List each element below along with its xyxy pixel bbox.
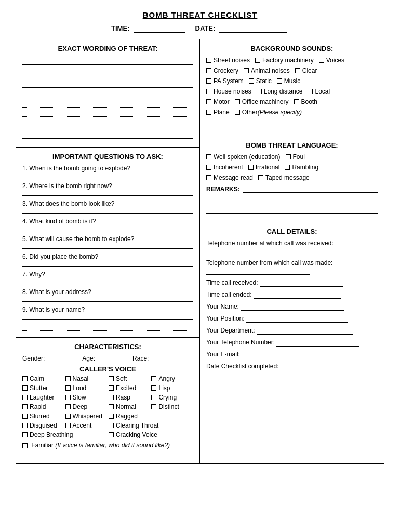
bg-long-distance[interactable]: Long distance: [257, 88, 303, 95]
voice-grid: Calm Nasal Soft Angry Stutter Loud Excit…: [22, 375, 193, 440]
your-name-field: Your Name:: [206, 303, 378, 311]
your-position-field: Your Position:: [206, 315, 378, 323]
call-details-title: CALL DETAILS:: [206, 228, 378, 235]
voice-deep[interactable]: Deep: [65, 403, 102, 410]
bg-pa-system[interactable]: PA System: [206, 77, 244, 85]
your-email-field: Your E-mail:: [206, 351, 378, 358]
voice-ragged[interactable]: Ragged: [109, 413, 145, 420]
your-department-field: Your Department:: [206, 327, 378, 335]
threat-lang-row-3: Message read Taped message: [206, 174, 378, 182]
date-label: DATE:: [195, 24, 216, 32]
bg-music[interactable]: Music: [277, 77, 300, 85]
question-1: 1. When is the bomb going to explode?: [22, 165, 193, 178]
voice-soft[interactable]: Soft: [109, 375, 145, 382]
exact-wording-title: EXACT WORDING OF THREAT:: [22, 45, 193, 52]
bg-local[interactable]: Local: [308, 88, 330, 95]
important-questions-title: IMPORTANT QUESTIONS TO ASK:: [22, 153, 193, 161]
bg-row-5: Motor Office machinery Booth: [206, 98, 378, 107]
background-sounds-section: BACKGROUND SOUNDS: Street noises Factory…: [200, 39, 384, 136]
threat-lang-row-2: Incoherent Irrational Rambling: [206, 164, 378, 172]
left-column: EXACT WORDING OF THREAT: IMPORTANT QUEST…: [16, 39, 200, 463]
voice-angry[interactable]: Angry: [151, 375, 188, 382]
bomb-threat-language-title: BOMB THREAT LANGUAGE:: [206, 141, 378, 149]
time-date-row: TIME: DATE:: [16, 24, 384, 33]
voice-lisp[interactable]: Lisp: [151, 384, 188, 392]
voice-loud[interactable]: Loud: [65, 384, 102, 392]
voice-slow[interactable]: Slow: [65, 394, 102, 401]
bg-booth[interactable]: Booth: [294, 98, 317, 105]
threat-taped[interactable]: Taped message: [258, 174, 310, 181]
main-grid: EXACT WORDING OF THREAT: IMPORTANT QUEST…: [16, 39, 384, 464]
bg-voices[interactable]: Voices: [319, 57, 344, 64]
voice-rapid[interactable]: Rapid: [22, 403, 59, 410]
familiar-row: Familiar (If voice is familiar, who did …: [22, 442, 193, 449]
page-title: BOMB THREAT CHECKLIST: [16, 10, 384, 19]
question-3: 3. What does the bomb look like?: [22, 200, 193, 214]
threat-lang-row-1: Well spoken (education) Foul: [206, 153, 378, 162]
time-call-ended: Time call ended:: [206, 291, 378, 299]
voice-clearing-throat[interactable]: Clearing Throat: [109, 422, 188, 429]
bg-office[interactable]: Office machinery: [235, 98, 289, 105]
threat-incoherent[interactable]: Incoherent: [206, 164, 243, 171]
important-questions-section: IMPORTANT QUESTIONS TO ASK: 1. When is t…: [16, 148, 199, 338]
question-6: 6. Did you place the bomb?: [22, 253, 193, 267]
voice-calm[interactable]: Calm: [22, 375, 59, 382]
bg-row-3: PA System Static Music: [206, 77, 378, 86]
voice-cracking-voice[interactable]: Cracking Voice: [109, 431, 188, 438]
bomb-threat-language-section: BOMB THREAT LANGUAGE: Well spoken (educa…: [200, 136, 384, 222]
bg-row-1: Street noises Factory machinery Voices: [206, 57, 378, 65]
bg-other[interactable]: Other (Please specify): [235, 109, 302, 116]
voice-disguised[interactable]: Disguised: [22, 422, 59, 429]
call-details-section: CALL DETAILS: Telephone number at which …: [200, 222, 384, 380]
voice-crying[interactable]: Crying: [151, 394, 188, 401]
voice-accent[interactable]: Accent: [65, 422, 102, 429]
bg-clear[interactable]: Clear: [295, 67, 317, 74]
exact-wording-section: EXACT WORDING OF THREAT:: [16, 39, 199, 148]
threat-message-read[interactable]: Message read: [206, 174, 253, 181]
question-8: 8. What is your address?: [22, 288, 193, 302]
question-9: 9. What is your name?: [22, 306, 193, 331]
threat-rambling[interactable]: Rambling: [285, 164, 318, 171]
question-5: 5. What will cause the bomb to explode?: [22, 235, 193, 249]
voice-stutter[interactable]: Stutter: [22, 384, 59, 392]
bg-crockery[interactable]: Crockery: [206, 67, 238, 74]
bg-plane[interactable]: Plane: [206, 109, 230, 116]
bg-motor[interactable]: Motor: [206, 98, 230, 105]
bg-house[interactable]: House noises: [206, 88, 251, 95]
bg-row-2: Crockery Animal noises Clear: [206, 67, 378, 75]
bg-animal[interactable]: Animal noises: [244, 67, 290, 74]
background-sounds-title: BACKGROUND SOUNDS:: [206, 45, 378, 52]
remarks-row: REMARKS:: [206, 185, 378, 193]
bg-factory[interactable]: Factory machinery: [255, 57, 314, 64]
voice-excited[interactable]: Excited: [109, 384, 145, 392]
time-label: TIME:: [111, 24, 129, 32]
voice-laughter[interactable]: Laughter: [22, 394, 59, 401]
bg-row-4: House noises Long distance Local: [206, 88, 378, 96]
call-received-number: Telephone number at which call was recei…: [206, 240, 378, 255]
right-column: BACKGROUND SOUNDS: Street noises Factory…: [200, 39, 384, 463]
voice-normal[interactable]: Normal: [109, 403, 145, 410]
voice-slurred[interactable]: Slurred: [22, 413, 59, 420]
characteristics-title: CHARACTERISTICS:: [22, 343, 193, 351]
voice-whispered[interactable]: Whispered: [65, 413, 102, 420]
your-telephone-field: Your Telephone Number:: [206, 339, 378, 347]
gender-row: Gender: Age: Race:: [22, 355, 193, 362]
threat-irrational[interactable]: Irrational: [248, 164, 280, 171]
date-checklist-field: Date Checklist completed:: [206, 363, 378, 370]
call-made-number: Telephone number from which call was mad…: [206, 259, 378, 275]
callers-voice-title: CALLER'S VOICE: [22, 365, 193, 373]
bg-street-noises[interactable]: Street noises: [206, 57, 250, 64]
bg-row-6: Plane Other (Please specify): [206, 109, 378, 117]
voice-nasal[interactable]: Nasal: [65, 375, 102, 382]
characteristics-section: CHARACTERISTICS: Gender: Age: Race: CALL…: [16, 338, 199, 463]
voice-distinct[interactable]: Distinct: [151, 403, 188, 410]
bg-static[interactable]: Static: [249, 77, 272, 85]
question-7: 7. Why?: [22, 271, 193, 284]
threat-foul[interactable]: Foul: [286, 153, 305, 161]
question-2: 2. Where is the bomb right now?: [22, 182, 193, 196]
threat-well-spoken[interactable]: Well spoken (education): [206, 153, 281, 161]
voice-deep-breathing[interactable]: Deep Breathing: [22, 431, 102, 438]
voice-rasp[interactable]: Rasp: [109, 394, 145, 401]
question-4: 4. What kind of bomb is it?: [22, 218, 193, 231]
time-call-received: Time call received:: [206, 279, 378, 287]
